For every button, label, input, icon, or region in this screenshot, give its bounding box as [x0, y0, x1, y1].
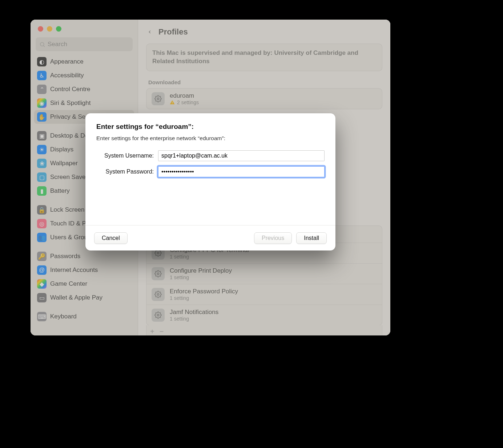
supervision-banner: This Mac is supervised and managed by: U… [146, 44, 382, 71]
sidebar-item-label: Battery [50, 187, 70, 195]
username-input[interactable] [158, 150, 325, 161]
minimize-window-button[interactable] [47, 26, 52, 32]
gamecenter-icon: ◆ [37, 279, 47, 289]
install-button[interactable]: Install [296, 232, 327, 244]
privacy-icon: ✋ [37, 112, 47, 122]
sidebar-item-label: Wallpaper [50, 160, 78, 167]
svg-point-7 [157, 293, 159, 295]
lock-icon: 🔒 [37, 205, 47, 215]
sidebar-item-label: Displays [50, 146, 73, 153]
add-profile-button[interactable]: + [150, 327, 154, 335]
sidebar-item-appearance[interactable]: ◐Appearance [34, 55, 134, 69]
svg-point-5 [157, 252, 159, 254]
sidebar-item-passwords[interactable]: 🔑Passwords [34, 249, 134, 263]
svg-line-1 [44, 45, 45, 46]
profile-sub: 1 setting [170, 254, 189, 260]
svg-point-2 [157, 98, 159, 99]
sidebar-item-keyboard[interactable]: ⌨Keyboard [34, 310, 134, 323]
profile-title: Enforce Password Policy [170, 288, 238, 295]
back-button[interactable] [146, 28, 153, 36]
sidebar-item-label: Accessibility [50, 72, 84, 79]
profile-sub: 1 setting [170, 295, 189, 301]
sidebar-item-label: Control Centre [50, 86, 90, 93]
sidebar-item-label: Appearance [50, 58, 84, 65]
fingerprint-icon: ◎ [37, 219, 47, 228]
gear-icon [152, 267, 165, 280]
at-icon: @ [37, 265, 47, 275]
svg-point-8 [157, 314, 159, 316]
control-centre-icon: ⌃ [37, 85, 47, 94]
displays-icon: ☀︎ [37, 145, 47, 154]
sidebar-item-label: Keyboard [50, 313, 77, 320]
sidebar-item-label: Lock Screen [50, 206, 85, 213]
profile-title: Configure Print Deploy [170, 267, 232, 274]
downloaded-section-label: Downloaded [148, 79, 380, 85]
password-input[interactable] [158, 166, 325, 177]
window-controls [31, 20, 138, 35]
search-placeholder: Search [48, 41, 67, 48]
cancel-button[interactable]: Cancel [94, 232, 128, 244]
profile-title: eduroam [170, 92, 199, 99]
password-label: System Password: [96, 168, 158, 175]
gear-icon [152, 288, 165, 301]
profile-row-eduroam[interactable]: eduroam 2 settings [146, 89, 382, 109]
profile-sub: 1 setting [170, 316, 189, 322]
desktop-icon: ▣ [37, 131, 47, 140]
main-header: Profiles [138, 20, 390, 41]
previous-button[interactable]: Previous [254, 232, 292, 244]
wallpaper-icon: ❀ [37, 159, 47, 168]
chevron-left-icon [147, 28, 152, 36]
modal-title: Enter settings for “eduroam”: [96, 123, 325, 131]
sidebar-item-control-centre[interactable]: ⌃Control Centre [34, 82, 134, 96]
profile-sub: 1 setting [170, 274, 189, 280]
remove-profile-button[interactable]: − [160, 327, 164, 335]
sidebar-item-label: Wallet & Apple Pay [50, 294, 102, 301]
screensaver-icon: ▢ [37, 172, 47, 182]
sidebar-item-label: Siri & Spotlight [50, 99, 91, 107]
downloaded-profile-list: eduroam 2 settings [146, 88, 382, 109]
sidebar-item-siri-spotlight[interactable]: ◉Siri & Spotlight [34, 96, 134, 110]
sidebar-item-label: Internet Accounts [50, 266, 98, 274]
profile-list-footer: + − [146, 325, 382, 335]
key-icon: 🔑 [37, 252, 47, 261]
sidebar-item-label: Game Center [50, 280, 87, 288]
appearance-icon: ◐ [37, 57, 47, 66]
svg-rect-4 [172, 103, 172, 104]
sidebar-item-wallet[interactable]: ▭Wallet & Apple Pay [34, 291, 134, 305]
search-icon [39, 41, 45, 48]
sidebar-item-internet-accounts[interactable]: @Internet Accounts [34, 263, 134, 277]
modal-footer: Cancel Previous Install [85, 225, 335, 251]
eduroam-settings-modal: Enter settings for “eduroam”: Enter sett… [85, 113, 335, 251]
profile-row[interactable]: Configure Print Deploy 1 setting [146, 264, 382, 284]
profile-title: Jamf Notifications [170, 309, 218, 316]
svg-rect-3 [172, 102, 172, 103]
sidebar-item-label: Passwords [50, 253, 80, 260]
keyboard-icon: ⌨ [37, 312, 47, 321]
gear-icon [152, 309, 165, 322]
profile-sub: 2 settings [177, 99, 199, 105]
username-label: System Username: [96, 152, 158, 159]
sidebar-item-game-center[interactable]: ◆Game Center [34, 277, 134, 291]
siri-icon: ◉ [37, 98, 47, 108]
gear-icon [152, 92, 165, 105]
accessibility-icon: ♿︎ [37, 71, 47, 80]
wallet-icon: ▭ [37, 293, 47, 302]
search-input[interactable]: Search [36, 37, 133, 51]
profile-row[interactable]: Enforce Password Policy 1 setting [146, 284, 382, 305]
sidebar-item-label: Screen Saver [50, 174, 88, 181]
close-window-button[interactable] [38, 26, 43, 32]
modal-subtitle: Enter settings for the enterprise networ… [96, 135, 325, 142]
profile-row[interactable]: Jamf Notifications 1 setting [146, 305, 382, 325]
page-title: Profiles [158, 27, 188, 37]
zoom-window-button[interactable] [56, 26, 61, 32]
warning-icon [170, 100, 175, 105]
sidebar-item-accessibility[interactable]: ♿︎Accessibility [34, 69, 134, 82]
svg-point-6 [157, 273, 159, 274]
users-icon: 👥 [37, 233, 47, 242]
svg-point-0 [40, 42, 44, 46]
battery-icon: ▮ [37, 186, 47, 196]
